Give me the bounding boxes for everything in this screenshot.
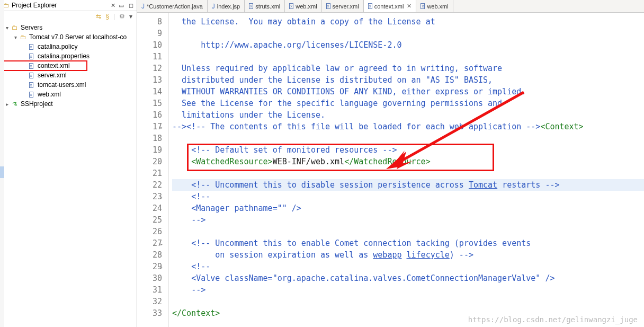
code-line[interactable]: distributed under the License is distrib… <box>172 74 644 86</box>
view-menu-icon[interactable]: ⚙ <box>119 13 125 20</box>
java-icon: J <box>141 3 145 10</box>
line-number: 31 <box>137 284 162 296</box>
editor-body: 8910111213141516171819202122232425262728… <box>137 13 644 327</box>
explorer-titlebar: 🗀 Project Explorer ✕ ▭ ◻ <box>0 0 137 11</box>
editor-tab[interactable]: xstruts.xml <box>245 0 285 12</box>
line-number: 28 <box>137 249 162 261</box>
editor-tab[interactable]: J*CustomerAction.java <box>137 0 208 12</box>
close-icon[interactable]: ✕ <box>111 2 115 8</box>
code-line[interactable]: <!-- Uncomment this to enable Comet conn… <box>172 237 644 249</box>
tree-label: Servers <box>21 24 42 31</box>
code-line[interactable]: http://www.apache.org/licenses/LICENSE-2… <box>172 39 644 51</box>
explorer-title: Project Explorer <box>12 2 108 9</box>
code-line[interactable] <box>172 132 644 144</box>
line-number: 17 <box>137 121 162 132</box>
tree-node-file[interactable]: x web.xml <box>2 90 137 99</box>
code-line[interactable] <box>172 51 644 63</box>
line-number: 20 <box>137 156 162 167</box>
tree-node-file[interactable]: x catalina.properties <box>2 51 137 61</box>
watermark-text: https://blog.csdn.net/gelinwangzi_juge <box>468 315 638 324</box>
code-line[interactable]: the License. You may obtain a copy of th… <box>172 16 644 28</box>
tree-node-file-context-xml[interactable]: x context.xml <box>2 61 87 70</box>
tree-label: server.xml <box>38 72 67 79</box>
explorer-toolbar: ⇆ § | ⚙ ▾ <box>0 11 137 22</box>
editor-tab[interactable]: Jindex.jsp <box>208 0 245 12</box>
tree-node-file[interactable]: x catalina.policy <box>2 42 137 51</box>
line-number: 8 <box>137 16 162 28</box>
line-number: 30 <box>137 272 162 284</box>
code-area[interactable]: the License. You may obtain a copy of th… <box>169 13 644 327</box>
code-line[interactable]: on session expiration as well as webapp … <box>172 249 644 261</box>
xml-icon: x <box>289 3 293 9</box>
editor-area: J*CustomerAction.javaJindex.jspxstruts.x… <box>137 0 644 327</box>
tab-label: context.xml <box>374 3 404 10</box>
xml-icon: x <box>368 3 372 9</box>
editor-tab[interactable]: xserver.xml <box>322 0 364 12</box>
close-icon[interactable]: ✕ <box>407 3 412 10</box>
tab-label: index.jsp <box>217 3 240 10</box>
editor-tab[interactable]: xweb.xml <box>416 0 453 12</box>
line-number: 33 <box>137 307 162 319</box>
line-number: 32 <box>137 296 162 307</box>
tree-label: catalina.properties <box>38 52 90 60</box>
link-icon[interactable]: ⇆ <box>96 13 101 20</box>
line-number: 19 <box>137 144 162 156</box>
code-line[interactable]: limitations under the License. <box>172 109 644 121</box>
focus-icon[interactable]: § <box>105 13 109 20</box>
tree-node-ssh[interactable]: ▸⚗ SSHproject <box>2 99 137 109</box>
code-line[interactable]: See the License for the specific languag… <box>172 98 644 109</box>
annotation-red-box <box>187 144 494 171</box>
xml-icon: x <box>326 3 330 9</box>
line-number-gutter: 8910111213141516171819202122232425262728… <box>137 13 169 327</box>
tab-label: server.xml <box>333 3 359 10</box>
line-number: 15 <box>137 98 162 109</box>
line-number: 29 <box>137 261 162 272</box>
tree-label: web.xml <box>38 91 61 98</box>
code-line[interactable]: WITHOUT WARRANTIES OR CONDITIONS OF ANY … <box>172 86 644 98</box>
separator: | <box>113 13 115 20</box>
java-icon: J <box>212 3 215 10</box>
tree-node-file[interactable]: x tomcat-users.xml <box>2 80 137 90</box>
line-number: 24 <box>137 202 162 214</box>
code-line[interactable]: <!-- Uncomment this to disable session p… <box>172 179 644 191</box>
editor-tabbar: J*CustomerAction.javaJindex.jspxstruts.x… <box>137 0 644 13</box>
code-line[interactable]: <Valve className="org.apache.catalina.va… <box>172 272 644 284</box>
xml-icon: x <box>249 3 253 9</box>
tree-node-file[interactable]: x server.xml <box>2 70 137 80</box>
code-line[interactable]: <!-- <box>172 261 644 272</box>
code-line[interactable] <box>172 296 644 307</box>
code-line[interactable]: --><!-- The contents of this file will b… <box>172 121 644 132</box>
tree-view[interactable]: ▾🗀 Servers ▾🗀 Tomcat v7.0 Server at loca… <box>0 22 137 327</box>
line-number: 23 <box>137 191 162 202</box>
code-line[interactable]: <Manager pathname="" /> <box>172 202 644 214</box>
code-line[interactable]: <!-- <box>172 191 644 202</box>
tab-label: struts.xml <box>255 3 280 10</box>
line-number: 9 <box>137 28 162 39</box>
tree-label: catalina.policy <box>38 43 77 50</box>
code-line[interactable]: Unless required by applicable law or agr… <box>172 63 644 74</box>
line-number: 12 <box>137 63 162 74</box>
editor-tab[interactable]: xcontext.xml✕ <box>364 0 417 12</box>
code-line[interactable]: --> <box>172 214 644 226</box>
tree-node-tomcat[interactable]: ▾🗀 Tomcat v7.0 Server at localhost-co <box>2 32 137 42</box>
project-explorer-panel: 🗀 Project Explorer ✕ ▭ ◻ ⇆ § | ⚙ ▾ ▾🗀 Se… <box>0 0 137 327</box>
line-number: 18 <box>137 132 162 144</box>
line-number: 10 <box>137 39 162 51</box>
code-line[interactable]: --> <box>172 284 644 296</box>
dropdown-icon[interactable]: ▾ <box>129 13 132 20</box>
line-number: 13 <box>137 74 162 86</box>
line-number: 25 <box>137 214 162 226</box>
tree-label: SSHproject <box>21 100 53 108</box>
tree-node-servers[interactable]: ▾🗀 Servers <box>2 23 137 32</box>
minimize-icon[interactable]: ▭ <box>119 2 124 8</box>
line-number: 27 <box>137 237 162 249</box>
tree-label: context.xml <box>38 62 70 69</box>
xml-icon: x <box>421 3 425 9</box>
code-line[interactable] <box>172 28 644 39</box>
editor-tab[interactable]: xweb.xml <box>285 0 321 12</box>
tab-label: web.xml <box>427 3 448 10</box>
line-number: 26 <box>137 226 162 237</box>
code-line[interactable] <box>172 226 644 237</box>
maximize-icon[interactable]: ◻ <box>129 2 133 8</box>
tree-label: tomcat-users.xml <box>38 81 86 89</box>
